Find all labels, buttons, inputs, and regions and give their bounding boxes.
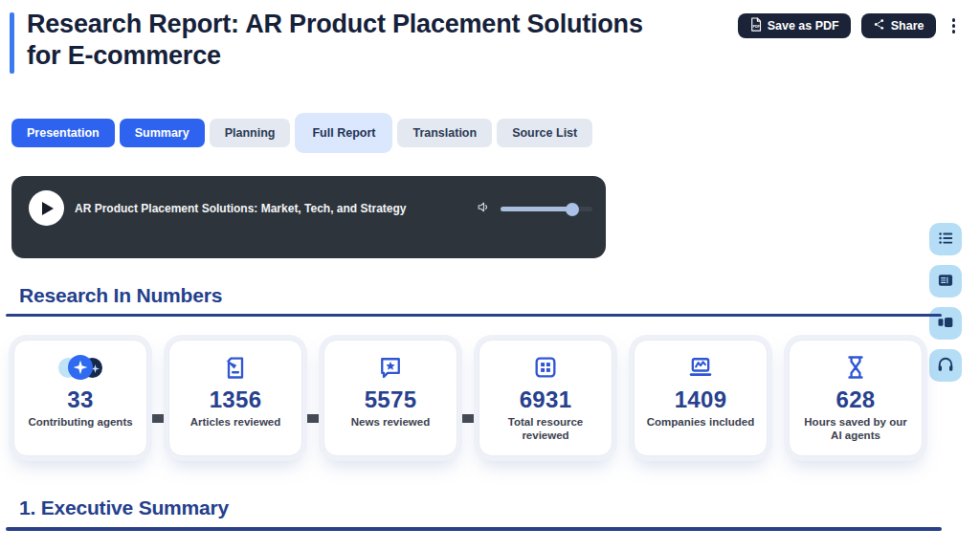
article-pen-icon [222,353,249,382]
stat-label: Hours saved by our AI agents [799,415,912,442]
stat-value: 1409 [675,386,727,413]
stat-card-hours-saved: 628 Hours saved by our AI agents [789,340,923,456]
page-title: Research Report: AR Product Placement So… [27,9,668,72]
stat-card-contributing-agents: 33 Contributing agents [13,340,147,456]
stat-value: 5575 [365,386,417,413]
save-as-pdf-label: Save as PDF [768,19,839,33]
stat-card-articles-reviewed: 1356 Articles reviewed [168,340,302,456]
stat-label: Companies included [644,415,757,429]
stat-card-companies-included: 1409 Companies included [634,340,768,456]
stat-label: Total resource reviewed [489,415,602,442]
layout-panels-button[interactable] [929,307,962,340]
play-button[interactable] [29,190,64,226]
stat-value: 1356 [210,386,262,413]
tab-full-report[interactable]: Full Report [295,113,392,153]
agents-icon [58,353,102,382]
more-options-kebab-icon[interactable] [947,14,962,37]
research-in-numbers-heading: Research In Numbers [19,284,222,307]
hourglass-icon [842,353,869,382]
section-divider [6,314,942,317]
stat-card-news-reviewed: 5575 News reviewed [323,340,457,456]
volume-control [476,199,592,219]
executive-summary-heading: 1. Executive Summary [19,496,229,519]
share-button[interactable]: Share [861,13,936,38]
stat-label: Articles reviewed [179,415,292,429]
tab-planning[interactable]: Planning [210,119,291,147]
tab-summary[interactable]: Summary [120,119,205,147]
tab-source-list[interactable]: Source List [497,119,592,147]
headphones-icon [936,355,955,377]
tab-presentation[interactable]: Presentation [11,119,115,147]
stat-label: News reviewed [334,415,447,429]
stat-value: 628 [836,386,876,413]
save-as-pdf-button[interactable]: PDF Save as PDF [738,13,851,38]
grid-icon [532,353,559,382]
article-view-button[interactable] [929,265,962,298]
svg-text:PDF: PDF [752,25,760,29]
audio-track-title: AR Product Placement Solutions: Market, … [75,202,429,215]
volume-slider[interactable] [501,207,592,211]
play-icon [42,202,54,215]
share-label: Share [891,19,924,33]
news-star-icon [377,353,404,382]
stat-card-total-resource: 6931 Total resource reviewed [479,340,612,456]
volume-fill [501,207,570,211]
share-icon [873,18,885,33]
pdf-file-icon: PDF [749,17,762,34]
side-toolbar [929,223,962,382]
laptop-chart-icon [687,353,714,382]
toc-list-button[interactable] [929,223,962,255]
speaker-icon [476,199,492,219]
toc-list-icon [936,229,955,251]
stat-label: Contributing agents [24,415,137,429]
stat-cards: 33 Contributing agents 1356 Articles rev… [13,340,923,456]
listen-audio-button[interactable] [929,349,962,382]
title-accent-bar [10,12,14,74]
header-actions: PDF Save as PDF Share [738,13,961,38]
stat-value: 33 [67,386,93,413]
report-page: Research Report: AR Product Placement So… [0,0,980,551]
stat-value: 6931 [520,386,572,413]
audio-player: AR Product Placement Solutions: Market, … [11,176,606,258]
tab-translation[interactable]: Translation [397,119,492,147]
volume-thumb[interactable] [566,203,579,216]
report-tabs: Presentation Summary Planning Full Repor… [11,113,592,153]
section-divider [6,527,942,531]
article-view-icon [936,271,955,293]
